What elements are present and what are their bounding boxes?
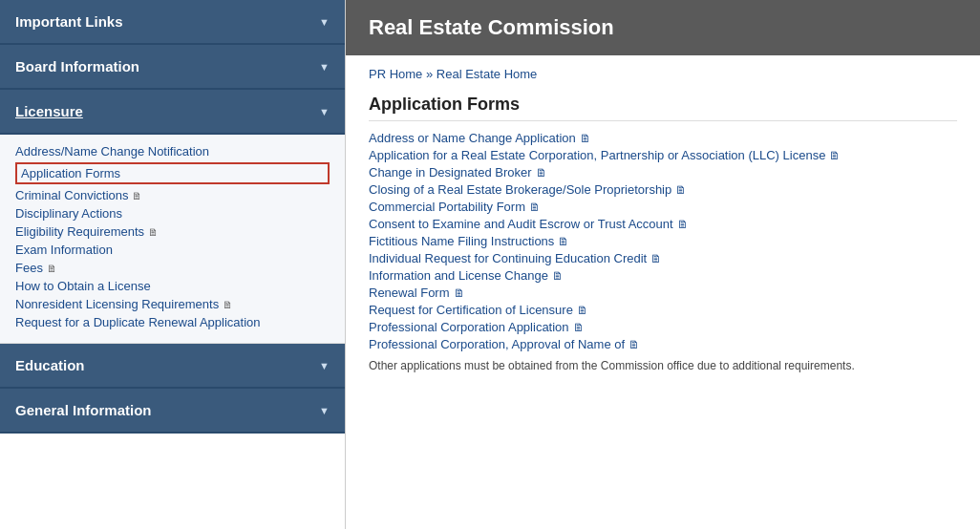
form-link-form-real-estate-corp[interactable]: Application for a Real Estate Corporatio…: [369, 148, 957, 162]
form-link-form-individual-request[interactable]: Individual Request for Continuing Educat…: [369, 251, 957, 265]
note-text: Other applications must be obtained from…: [369, 359, 957, 372]
sidebar-link-criminal-convictions[interactable]: Criminal Convictions🗎: [15, 188, 330, 202]
sidebar-link-fees[interactable]: Fees🗎: [15, 261, 330, 275]
sidebar-link-duplicate-renewal[interactable]: Request for a Duplicate Renewal Applicat…: [15, 315, 330, 329]
document-icon: 🗎: [148, 226, 159, 238]
form-link-form-closing[interactable]: Closing of a Real Estate Brokerage/Sole …: [369, 182, 957, 197]
sidebar-section-licensure[interactable]: Licensure▼: [0, 90, 345, 135]
sidebar: Important Links▼Board Information▼Licens…: [0, 0, 346, 529]
form-link-form-designated-broker[interactable]: Change in Designated Broker 🗎: [369, 165, 957, 180]
chevron-down-icon: ▼: [319, 61, 330, 73]
sidebar-link-how-to-obtain[interactable]: How to Obtain a License: [15, 279, 330, 293]
document-icon: 🗎: [529, 201, 541, 214]
chevron-down-icon: ▼: [319, 106, 330, 117]
form-link-form-renewal[interactable]: Renewal Form 🗎: [369, 286, 957, 300]
chevron-down-icon: ▼: [319, 360, 330, 371]
form-link-form-professional-corp[interactable]: Professional Corporation Application 🗎: [369, 320, 957, 334]
sidebar-section-education[interactable]: Education▼: [0, 344, 345, 389]
sidebar-section-general-information[interactable]: General Information▼: [0, 389, 345, 434]
sidebar-link-application-forms[interactable]: Application Forms: [15, 162, 330, 184]
document-icon: 🗎: [552, 269, 564, 283]
document-icon: 🗎: [536, 166, 547, 180]
document-icon: 🗎: [47, 263, 57, 274]
form-link-form-certification[interactable]: Request for Certification of Licensure 🗎: [369, 303, 957, 317]
sidebar-link-address-name-change[interactable]: Address/Name Change Notification: [15, 144, 330, 159]
document-icon: 🗎: [558, 235, 569, 248]
document-icon: 🗎: [650, 252, 662, 265]
sidebar-links-licensure: Address/Name Change NotificationApplicat…: [0, 135, 345, 344]
document-icon: 🗎: [677, 218, 689, 231]
document-icon: 🗎: [675, 183, 687, 197]
breadcrumb-current[interactable]: Real Estate Home: [437, 67, 538, 81]
breadcrumb-home[interactable]: PR Home: [369, 67, 422, 81]
chevron-down-icon: ▼: [319, 405, 330, 416]
document-icon: 🗎: [577, 304, 588, 317]
form-link-form-address-name[interactable]: Address or Name Change Application 🗎: [369, 131, 957, 145]
page-title: Real Estate Commission: [346, 0, 980, 55]
sidebar-link-disciplinary-actions[interactable]: Disciplinary Actions: [15, 206, 330, 221]
sidebar-link-eligibility-requirements[interactable]: Eligibility Requirements🗎: [15, 224, 330, 239]
form-link-form-commercial-portability[interactable]: Commercial Portability Form 🗎: [369, 200, 957, 214]
document-icon: 🗎: [829, 149, 841, 162]
sidebar-link-exam-information[interactable]: Exam Information: [15, 243, 330, 257]
document-icon: 🗎: [628, 338, 640, 351]
chevron-down-icon: ▼: [319, 16, 330, 28]
breadcrumb-sep: »: [426, 67, 433, 81]
form-links-list: Address or Name Change Application 🗎Appl…: [369, 131, 957, 351]
form-link-form-information-license[interactable]: Information and License Change 🗎: [369, 268, 957, 283]
breadcrumb: PR Home » Real Estate Home: [369, 67, 957, 81]
document-icon: 🗎: [132, 190, 142, 201]
section-title: Application Forms: [369, 95, 957, 121]
sidebar-link-nonresident-licensing[interactable]: Nonresident Licensing Requirements🗎: [15, 297, 330, 311]
main-content: Real Estate Commission PR Home » Real Es…: [346, 0, 980, 529]
form-link-form-professional-corp-approval[interactable]: Professional Corporation, Approval of Na…: [369, 337, 957, 351]
sidebar-section-board-information[interactable]: Board Information▼: [0, 45, 345, 90]
document-icon: 🗎: [454, 286, 465, 300]
document-icon: 🗎: [580, 132, 591, 145]
form-link-form-consent-examine[interactable]: Consent to Examine and Audit Escrow or T…: [369, 217, 957, 231]
document-icon: 🗎: [573, 321, 585, 334]
form-link-form-fictitious-name[interactable]: Fictitious Name Filing Instructions 🗎: [369, 234, 957, 248]
document-icon: 🗎: [223, 299, 233, 310]
sidebar-section-important-links[interactable]: Important Links▼: [0, 0, 345, 45]
